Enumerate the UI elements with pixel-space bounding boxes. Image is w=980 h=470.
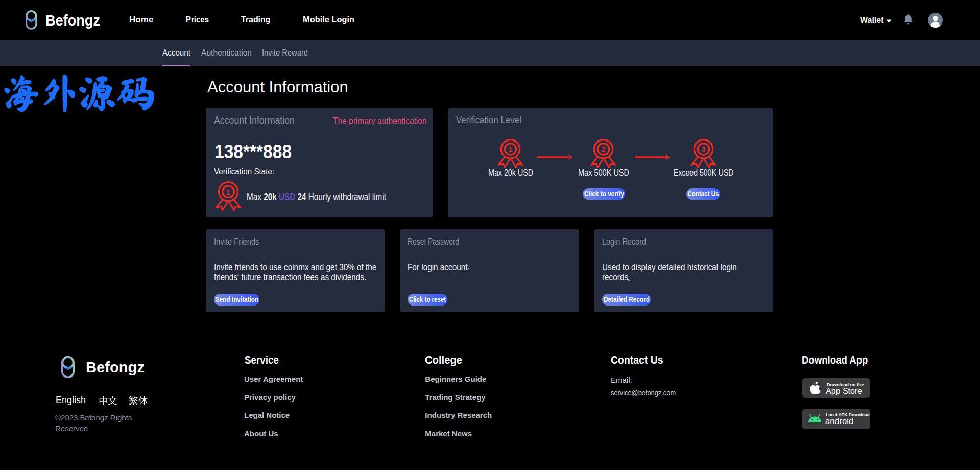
svg-text:1: 1 — [508, 145, 512, 153]
svg-text:1: 1 — [226, 187, 230, 196]
svg-text:2: 2 — [601, 145, 605, 153]
svg-text:3: 3 — [701, 145, 705, 153]
